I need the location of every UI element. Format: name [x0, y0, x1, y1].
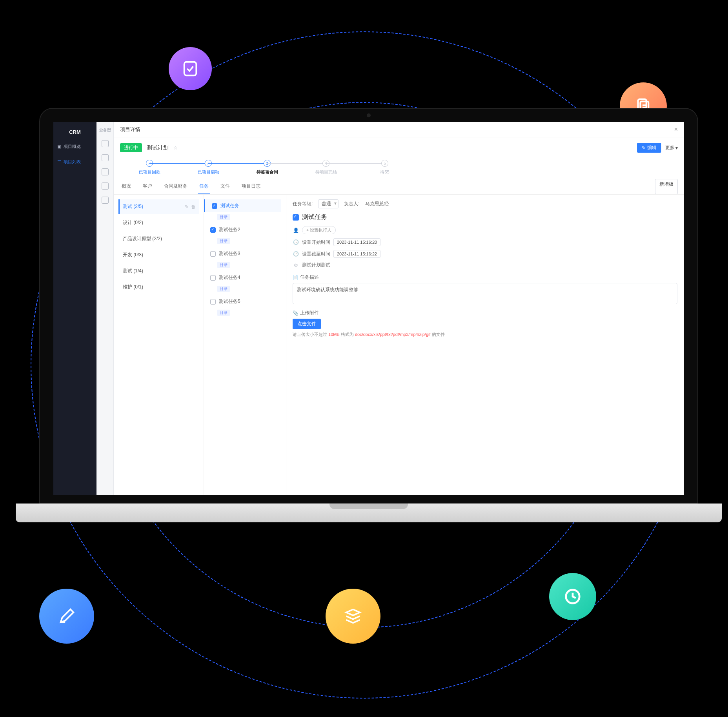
user-icon: 👤	[293, 228, 299, 233]
tab[interactable]: 概况	[120, 179, 133, 194]
svg-rect-0	[184, 62, 197, 76]
more-button[interactable]: 更多 ▾	[665, 144, 678, 151]
urgency-select[interactable]: 普通	[318, 199, 339, 208]
attach-heading: 📎 上传附件	[293, 310, 677, 316]
start-time-input[interactable]: 2023-11-11 15:16:20	[333, 238, 380, 246]
workspace: 测试 (2/5) ✎🗑 设计 (0/2) 产品设计原型 (2/2) 开发 (0/…	[114, 195, 684, 495]
laptop-base	[16, 504, 722, 522]
task-tag: 目录	[217, 310, 230, 316]
checkbox-icon[interactable]	[210, 227, 216, 233]
tab[interactable]: 项目日志	[240, 179, 262, 194]
upload-button[interactable]: 点击文件	[293, 319, 321, 329]
nav-item-overview[interactable]: ▣项目概览	[53, 139, 96, 154]
bubble-clock-icon	[549, 573, 596, 620]
step[interactable]: 4待项目完结	[297, 160, 355, 175]
urgency-label: 任务等级:	[293, 201, 313, 207]
start-label: 设置开始时间	[302, 239, 330, 246]
bubble-check-icon	[169, 47, 212, 90]
main-panel: 项目详情 × 进行中 测试计划 ☆ ✎ 编辑 更多 ▾ ✓已项目回款 ✓已项目启…	[114, 122, 684, 495]
group-item[interactable]: 测试 (1/4)	[118, 264, 199, 278]
clock-icon: 🕒	[293, 239, 299, 245]
group-item[interactable]: 开发 (0/3)	[118, 248, 199, 262]
edit-icon[interactable]: ✎	[185, 204, 189, 210]
icon-rail: 业务型	[96, 122, 114, 495]
task-item[interactable]: 测试任务4	[209, 271, 281, 284]
desc-heading: 📄 任务描述	[293, 274, 677, 281]
description-textarea[interactable]: 测试环境确认系统功能调整够	[293, 283, 677, 304]
rail-label: 业务型	[99, 128, 111, 133]
checkbox-icon[interactable]	[293, 214, 299, 221]
task-tag: 目录	[217, 214, 230, 220]
owner-label: 负责人:	[344, 201, 359, 207]
step[interactable]: 5待55	[355, 160, 414, 175]
tabs: 概况 客户 合同及财务 任务 文件 项目日志 新增板	[114, 179, 684, 195]
tab[interactable]: 客户	[141, 179, 154, 194]
project-title: 测试计划	[147, 144, 169, 151]
group-item[interactable]: 测试 (2/5) ✎🗑	[118, 199, 199, 214]
progress-steps: ✓已项目回款 ✓已项目启动 3待签署合同 4待项目完结 5待55	[114, 158, 684, 179]
new-board-button[interactable]: 新增板	[655, 179, 678, 194]
rail-icon[interactable]	[102, 182, 109, 190]
task-list: 测试任务 目录 测试任务2 目录 测试任务3 目录 测试任务4 目录 测试任务5…	[204, 195, 286, 495]
task-item[interactable]: 测试任务2	[209, 223, 281, 236]
status-row: 进行中 测试计划 ☆ ✎ 编辑 更多 ▾	[114, 137, 684, 158]
group-item[interactable]: 维护 (0/1)	[118, 280, 199, 294]
step[interactable]: ✓已项目启动	[179, 160, 238, 175]
group-item[interactable]: 产品设计原型 (2/2)	[118, 232, 199, 246]
modal-header: 项目详情 ×	[114, 122, 684, 137]
rail-icon[interactable]	[102, 168, 109, 175]
tab[interactable]: 文件	[219, 179, 231, 194]
plan-label: 测试计划测试	[302, 262, 330, 268]
group-list: 测试 (2/5) ✎🗑 设计 (0/2) 产品设计原型 (2/2) 开发 (0/…	[114, 195, 204, 495]
checkbox-icon[interactable]	[212, 203, 217, 209]
bubble-stack-icon	[326, 589, 380, 644]
task-item[interactable]: 测试任务3	[209, 247, 281, 260]
brand: CRM	[53, 125, 96, 139]
app-screen: CRM ▣项目概览 ☰项目列表 业务型 项目详情 ×	[53, 122, 684, 495]
task-item[interactable]: 测试任务	[204, 199, 281, 212]
task-detail: 任务等级: 普通 负责人: 马克思总经 测试任务 👤 + 设置执行人 �	[286, 195, 684, 495]
rail-icon[interactable]	[102, 140, 109, 147]
end-label: 设置截至时间	[302, 251, 330, 257]
end-time-input[interactable]: 2023-11-11 15:16:22	[333, 250, 380, 258]
left-nav: CRM ▣项目概览 ☰项目列表	[53, 122, 96, 495]
rail-icon[interactable]	[102, 154, 109, 161]
task-tag: 目录	[217, 238, 230, 244]
task-tag: 目录	[217, 286, 230, 292]
tab[interactable]: 合同及财务	[162, 179, 189, 194]
status-badge: 进行中	[120, 143, 142, 152]
rail-icon[interactable]	[102, 197, 109, 204]
task-tag: 目录	[217, 262, 230, 268]
camera-dot	[367, 113, 371, 117]
add-assistant-button[interactable]: + 设置执行人	[302, 226, 336, 234]
upload-hint: 请上传大小不超过 10MB 格式为 doc/docx/xls/ppt/txt/p…	[293, 332, 677, 338]
gear-icon: ⚙	[293, 263, 299, 268]
group-item[interactable]: 设计 (0/2)	[118, 215, 199, 230]
bubble-edit-icon	[39, 589, 94, 644]
owner-value: 马克思总经	[365, 201, 389, 207]
step[interactable]: ✓已项目回款	[120, 160, 179, 175]
laptop-frame: CRM ▣项目概览 ☰项目列表 业务型 项目详情 ×	[39, 108, 698, 522]
task-item[interactable]: 测试任务5	[209, 295, 281, 308]
detail-title: 测试任务	[293, 213, 677, 221]
modal-title: 项目详情	[120, 126, 140, 133]
delete-icon[interactable]: 🗑	[191, 204, 196, 210]
nav-item-projects[interactable]: ☰项目列表	[53, 154, 96, 170]
checkbox-icon[interactable]	[210, 251, 216, 257]
checkbox-icon[interactable]	[210, 299, 216, 305]
checkbox-icon[interactable]	[210, 275, 216, 281]
step[interactable]: 3待签署合同	[238, 160, 297, 175]
tab[interactable]: 任务	[198, 179, 210, 194]
close-icon[interactable]: ×	[674, 126, 678, 133]
clock-icon: 🕒	[293, 251, 299, 257]
star-icon[interactable]: ☆	[173, 145, 178, 151]
edit-button[interactable]: ✎ 编辑	[637, 143, 661, 153]
